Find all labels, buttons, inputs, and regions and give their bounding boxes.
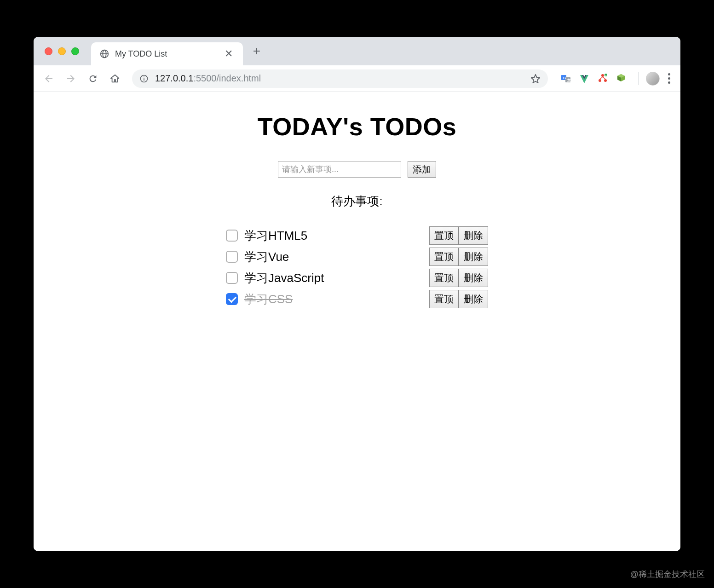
pin-button[interactable]: 置顶 [429,269,459,287]
todo-text: 学习JavaScript [244,270,429,286]
pin-button[interactable]: 置顶 [429,226,459,245]
svg-text:文: 文 [567,78,571,82]
graph-extension-icon[interactable]: + [597,73,609,85]
page-content: TODAY's TODOs 添加 待办事项: 学习HTML5置顶删除学习Vue置… [34,92,680,551]
todo-text: 学习Vue [244,249,429,265]
delete-button[interactable]: 删除 [459,226,488,245]
todo-actions: 置顶删除 [429,248,488,266]
delete-button[interactable]: 删除 [459,269,488,287]
pin-button[interactable]: 置顶 [429,248,459,266]
toolbar-divider [638,72,639,85]
svg-text:G: G [563,76,566,80]
delete-button[interactable]: 删除 [459,290,488,308]
todo-checkbox[interactable] [226,272,238,284]
extension-icons: G文 + [560,73,627,85]
todo-actions: 置顶删除 [429,226,488,245]
todo-checkbox[interactable] [226,251,238,263]
window-controls [45,47,79,55]
browser-window: My TODO List ✕ + 127.0.0.1:5500/index.ht… [34,37,680,551]
address-bar[interactable]: 127.0.0.1:5500/index.html [132,69,548,88]
todo-actions: 置顶删除 [429,269,488,287]
site-info-icon[interactable] [139,74,149,83]
add-button[interactable]: 添加 [408,161,436,178]
profile-avatar[interactable] [646,72,660,86]
bookmark-star-icon[interactable] [530,74,541,84]
maximize-window-button[interactable] [71,47,79,55]
globe-icon [99,49,109,59]
svg-text:+: + [605,74,607,77]
url-path: :5500/index.html [193,73,261,83]
pin-button[interactable]: 置顶 [429,290,459,308]
browser-toolbar: 127.0.0.1:5500/index.html G文 + [34,65,680,92]
cube-extension-icon[interactable] [615,73,627,85]
forward-button[interactable] [62,70,80,87]
add-todo-row: 添加 [57,161,657,178]
minimize-window-button[interactable] [58,47,66,55]
tab-strip: My TODO List ✕ + [34,37,680,65]
url-host: 127.0.0.1 [155,73,193,83]
todo-checkbox[interactable] [226,293,238,305]
todo-row: 学习CSS置顶删除 [226,288,488,310]
browser-tab[interactable]: My TODO List ✕ [91,42,243,65]
close-window-button[interactable] [45,47,52,55]
todo-text: 学习HTML5 [244,228,429,244]
home-button[interactable] [106,70,124,87]
todo-row: 学习HTML5置顶删除 [226,225,488,246]
tab-title: My TODO List [115,49,217,59]
todo-checkbox[interactable] [226,230,238,242]
reload-button[interactable] [84,70,102,87]
section-label: 待办事项: [57,193,657,209]
todo-list: 学习HTML5置顶删除学习Vue置顶删除学习JavaScript置顶删除学习CS… [226,225,488,310]
todo-row: 学习JavaScript置顶删除 [226,267,488,288]
svg-point-10 [601,74,604,77]
svg-point-11 [599,79,601,82]
back-button[interactable] [40,70,58,87]
svg-line-14 [603,77,605,79]
todo-text: 学习CSS [244,291,429,307]
watermark: @稀土掘金技术社区 [630,569,705,580]
browser-menu-button[interactable] [664,69,674,87]
delete-button[interactable]: 删除 [459,248,488,266]
url-text: 127.0.0.1:5500/index.html [155,73,261,84]
todo-row: 学习Vue置顶删除 [226,246,488,267]
svg-point-5 [144,76,144,77]
vue-extension-icon[interactable] [578,73,590,85]
close-tab-button[interactable]: ✕ [223,48,235,60]
todo-actions: 置顶删除 [429,290,488,308]
new-tab-button[interactable]: + [248,43,265,59]
svg-point-12 [604,79,607,82]
translate-extension-icon[interactable]: G文 [560,73,572,85]
new-todo-input[interactable] [278,161,401,178]
svg-line-13 [600,77,603,79]
page-heading: TODAY's TODOs [57,112,657,141]
